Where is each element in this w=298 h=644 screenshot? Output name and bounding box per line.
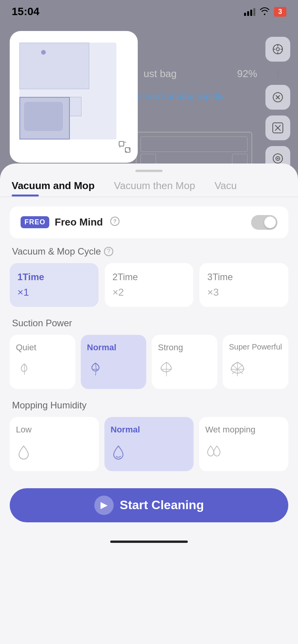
power-strong-title: Strong [158, 343, 183, 353]
freo-badge: FREO [21, 216, 49, 228]
humidity-low-icon [16, 443, 31, 463]
humidity-options-row: Low Normal Wet mopping [10, 417, 288, 471]
humidity-normal[interactable]: Normal [104, 417, 194, 471]
freo-help-icon[interactable]: ? [110, 216, 120, 229]
map-card [10, 31, 138, 163]
cycle-options-row: 1Time ×1 2Time ×2 3Time ×3 [10, 263, 288, 307]
icon-separator: | [265, 67, 290, 79]
mopping-humidity-label: Mopping Humidity [12, 400, 288, 411]
cycle-1time-title: 1Time [17, 272, 91, 282]
play-circle-icon: ▶ [94, 496, 114, 515]
signal-icon [244, 7, 255, 16]
svg-rect-0 [119, 141, 124, 146]
humidity-wet-title: Wet mopping [205, 425, 255, 435]
wifi-icon [259, 7, 270, 17]
map-room2-fill [24, 102, 63, 131]
power-strong[interactable]: Strong [152, 335, 217, 389]
humidity-wet-icon [205, 443, 225, 463]
humidity-low[interactable]: Low [10, 417, 99, 471]
cycle-option-3time[interactable]: 3Time ×3 [199, 263, 288, 307]
bg-map-description: t its surrounding rapidly [128, 91, 224, 102]
map-room2 [19, 97, 70, 139]
home-indicator [10, 534, 288, 549]
map-inner [19, 43, 116, 139]
humidity-wet-mopping[interactable]: Wet mopping [199, 417, 288, 471]
svg-point-3 [276, 48, 279, 51]
tab-vacu[interactable]: Vacu [215, 180, 237, 196]
power-quiet[interactable]: Quiet [10, 335, 75, 389]
battery-icon: 3 [274, 7, 286, 17]
status-time: 15:04 [12, 5, 40, 18]
freo-mind-row: FREO Freo Mind ? [10, 207, 288, 238]
sheet-content: FREO Freo Mind ? Vacuum & Mop Cycle ? 1T… [0, 197, 298, 627]
right-icons: | [265, 37, 290, 171]
power-normal-icon [87, 361, 104, 381]
tab-vacuum-and-mop[interactable]: Vacuum and Mop [12, 180, 95, 196]
freo-mind-toggle[interactable] [251, 215, 277, 230]
cycle-2time-sub: ×2 [113, 286, 186, 298]
cycle-help-icon[interactable]: ? [104, 247, 113, 256]
status-bar: 15:04 3 [0, 0, 298, 23]
power-normal[interactable]: Normal [81, 335, 146, 389]
bg-dust-bag-text: ust bag [144, 68, 177, 80]
cycle-2time-title: 2Time [113, 272, 186, 282]
power-quiet-icon [16, 361, 33, 381]
power-super-powerful-title: Super Powerful [229, 343, 282, 351]
power-normal-title: Normal [87, 343, 116, 353]
robot-dot [41, 50, 46, 55]
cycle-3time-sub: ×3 [207, 286, 281, 298]
cycle-3time-title: 3Time [207, 272, 281, 282]
tabs-row: Vacuum and Mop Vacuum then Mop Vacu [0, 172, 298, 196]
cycle-option-1time[interactable]: 1Time ×1 [10, 263, 99, 307]
cycle-1time-sub: ×1 [17, 286, 91, 298]
power-super-powerful[interactable]: Super Powerful [223, 335, 288, 389]
svg-point-16 [277, 158, 279, 159]
bg-battery-text: 92% [237, 68, 257, 80]
cycle-option-2time[interactable]: 2Time ×2 [105, 263, 194, 307]
freo-left: FREO Freo Mind ? [21, 216, 120, 229]
start-cleaning-button[interactable]: ▶ Start Cleaning [10, 488, 288, 522]
tab-vacuum-then-mop[interactable]: Vacuum then Mop [114, 180, 195, 196]
cross-square-icon-btn[interactable] [265, 115, 290, 140]
power-super-powerful-icon [229, 361, 246, 381]
vacuum-mop-cycle-label: Vacuum & Mop Cycle ? [12, 246, 288, 257]
start-cleaning-label: Start Cleaning [120, 498, 204, 512]
play-icon: ▶ [100, 500, 107, 510]
humidity-normal-title: Normal [111, 425, 140, 435]
settings-icon-btn[interactable] [265, 37, 290, 62]
map-room1 [19, 43, 89, 89]
close-icon-btn[interactable] [265, 85, 290, 110]
start-btn-container: ▶ Start Cleaning [10, 482, 288, 534]
map-resize-icon[interactable] [118, 141, 131, 156]
status-icons: 3 [244, 7, 286, 17]
suction-power-options-row: Quiet Normal [10, 335, 288, 389]
svg-text:?: ? [113, 218, 117, 224]
background-map: | ust bag 92% t its surrounding ra [0, 0, 298, 182]
power-strong-icon [158, 361, 175, 381]
humidity-normal-icon [111, 443, 126, 463]
bottom-sheet: Vacuum and Mop Vacuum then Mop Vacu FREO… [0, 164, 298, 644]
freo-mind-label: Freo Mind [55, 216, 103, 228]
humidity-low-title: Low [16, 425, 31, 435]
suction-power-label: Suction Power [12, 318, 288, 329]
home-bar [110, 541, 188, 543]
power-quiet-title: Quiet [16, 343, 36, 353]
